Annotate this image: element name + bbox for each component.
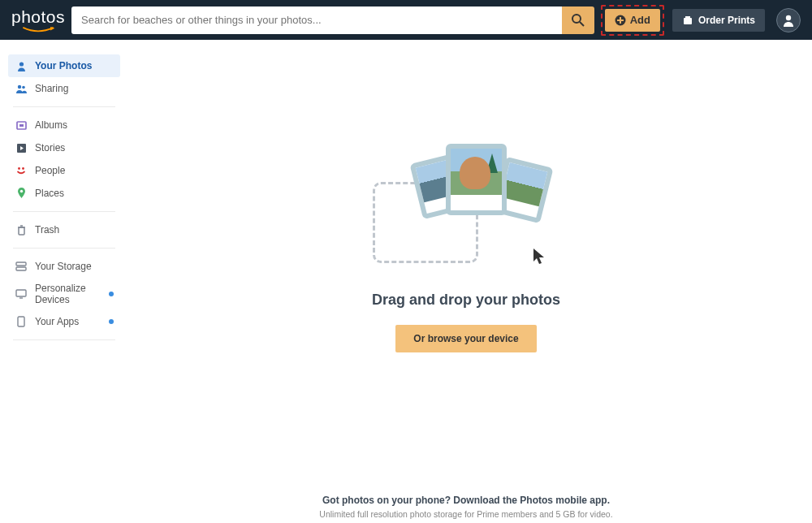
svg-point-13 (22, 167, 24, 170)
sidebar-item-label: Trash (35, 224, 59, 236)
svg-rect-17 (16, 267, 26, 270)
sidebar-item-people[interactable]: People (8, 159, 120, 182)
trash-icon (15, 223, 28, 236)
order-prints-label: Order Prints (698, 15, 755, 26)
logo-text: photos (11, 7, 65, 27)
sidebar-item-label: Your Storage (35, 261, 92, 272)
sidebar-item-trash[interactable]: Trash (8, 218, 120, 241)
sidebar-item-personalize-devices[interactable]: Personalize Devices (8, 278, 120, 310)
sidebar-item-label: Albums (35, 119, 67, 131)
svg-point-6 (19, 62, 23, 66)
pin-icon (15, 187, 28, 200)
prints-icon (682, 15, 693, 26)
sidebar-item-your-storage[interactable]: Your Storage (8, 255, 120, 278)
sidebar-item-label: People (35, 165, 65, 176)
person-icon (15, 59, 28, 72)
people-icon (15, 82, 28, 95)
add-button[interactable]: Add (605, 9, 660, 32)
sidebar-item-label: Your Apps (35, 316, 79, 327)
app-logo[interactable]: photos (11, 7, 65, 33)
sidebar-item-albums[interactable]: Albums (8, 114, 120, 136)
sidebar: Your Photos Sharing Albums Stories Peopl… (0, 40, 120, 519)
svg-point-12 (18, 167, 20, 170)
sidebar-item-label: Stories (35, 142, 65, 153)
sidebar-item-label: Personalize Devices (35, 283, 114, 305)
svg-point-14 (19, 190, 22, 192)
smile-icon (19, 27, 57, 33)
search-input[interactable] (71, 6, 562, 34)
account-avatar[interactable] (776, 8, 801, 32)
search-bar (71, 6, 594, 34)
sidebar-item-stories[interactable]: Stories (8, 136, 120, 159)
svg-rect-15 (19, 227, 24, 235)
sidebar-item-sharing[interactable]: Sharing (8, 77, 120, 100)
album-icon (15, 119, 28, 132)
highlight-annotation: Add (601, 5, 664, 36)
footer-title: Got photos on your phone? Download the P… (319, 495, 612, 506)
divider (13, 339, 115, 340)
desktop-icon (15, 287, 28, 300)
svg-rect-4 (685, 16, 690, 19)
svg-rect-16 (16, 262, 26, 266)
svg-rect-10 (19, 124, 24, 127)
svg-point-8 (22, 85, 25, 89)
storage-icon (15, 260, 28, 273)
main-content: Drag and drop your photos Or browse your… (120, 40, 812, 519)
notification-dot (109, 292, 114, 296)
svg-point-7 (17, 84, 20, 88)
svg-rect-3 (684, 18, 692, 24)
footer-subtitle: Unlimited full resolution photo storage … (319, 509, 612, 519)
sidebar-item-label: Your Photos (35, 60, 92, 71)
drop-title: Drag and drop your photos (372, 292, 560, 309)
svg-rect-19 (18, 317, 24, 326)
footer-promo: Got photos on your phone? Download the P… (319, 495, 612, 519)
search-button[interactable] (562, 6, 594, 34)
svg-point-5 (786, 15, 791, 19)
svg-line-1 (580, 22, 584, 26)
sidebar-item-your-apps[interactable]: Your Apps (8, 310, 120, 333)
cursor-icon (533, 248, 547, 266)
sidebar-item-label: Places (35, 188, 64, 199)
divider (13, 211, 115, 212)
notification-dot (109, 319, 114, 324)
divider (13, 106, 115, 107)
search-icon (571, 13, 585, 28)
person-icon (781, 13, 796, 28)
app-header: photos Add Order Prints (0, 0, 812, 40)
plus-circle-icon (615, 15, 626, 26)
drop-illustration (369, 137, 564, 275)
sample-photo-center (446, 144, 507, 215)
sidebar-item-label: Sharing (35, 83, 68, 94)
phone-icon (15, 315, 28, 328)
add-button-label: Add (630, 14, 650, 26)
sidebar-item-places[interactable]: Places (8, 182, 120, 205)
svg-rect-18 (16, 290, 26, 296)
face-icon (15, 164, 28, 177)
browse-device-button[interactable]: Or browse your device (395, 325, 536, 352)
divider (13, 248, 115, 249)
sidebar-item-your-photos[interactable]: Your Photos (8, 54, 120, 77)
svg-point-0 (572, 15, 581, 23)
order-prints-button[interactable]: Order Prints (672, 9, 765, 32)
play-icon (15, 141, 28, 154)
